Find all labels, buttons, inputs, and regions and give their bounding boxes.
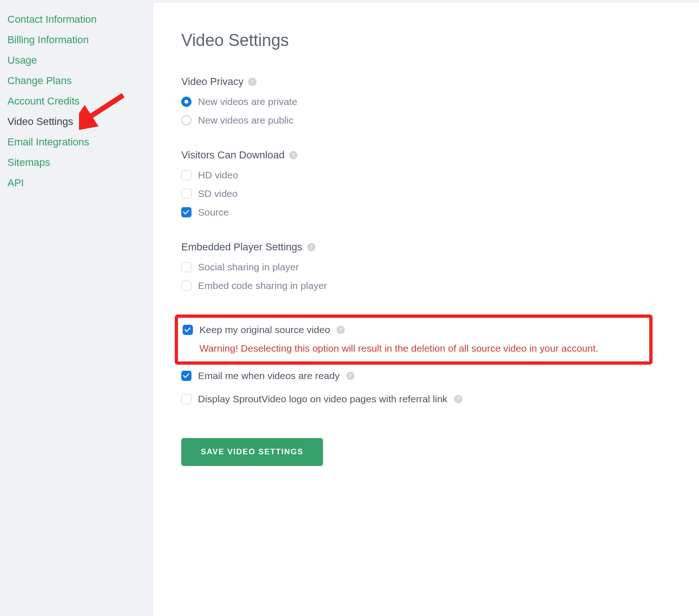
radio-privacy-private[interactable] bbox=[181, 97, 191, 107]
checkbox-keep-source[interactable] bbox=[183, 325, 193, 335]
checkbox-label-display-logo: Display SproutVideo logo on video pages … bbox=[198, 393, 448, 405]
sidebar-item-api[interactable]: API bbox=[7, 173, 146, 193]
help-icon[interactable]: ? bbox=[346, 372, 355, 380]
main-panel: Video Settings Video Privacy ? New video… bbox=[153, 3, 699, 616]
checkbox-sd-video[interactable] bbox=[181, 189, 191, 199]
sidebar-item-account-credits[interactable]: Account Credits bbox=[7, 91, 146, 111]
checkbox-social-sharing[interactable] bbox=[181, 262, 191, 272]
checkbox-display-logo[interactable] bbox=[181, 394, 191, 404]
page-title: Video Settings bbox=[181, 31, 671, 50]
help-icon[interactable]: ? bbox=[336, 326, 345, 334]
checkbox-embed-code[interactable] bbox=[181, 281, 191, 291]
radio-privacy-public[interactable] bbox=[181, 115, 191, 125]
section-title-embedded: Embedded Player Settings bbox=[181, 241, 303, 253]
help-icon[interactable]: ? bbox=[454, 395, 462, 403]
section-video-privacy: Video Privacy ? New videos are private N… bbox=[181, 76, 671, 126]
radio-label-public: New videos are public bbox=[198, 115, 293, 126]
section-visitors-download: Visitors Can Download ? HD video SD vide… bbox=[181, 149, 671, 218]
checkbox-hd-video[interactable] bbox=[181, 170, 191, 180]
section-title-download: Visitors Can Download bbox=[181, 149, 284, 161]
radio-label-private: New videos are private bbox=[198, 96, 297, 107]
help-icon[interactable]: ? bbox=[248, 78, 257, 86]
help-icon[interactable]: ? bbox=[307, 243, 316, 251]
sidebar-item-sitemaps[interactable]: Sitemaps bbox=[7, 152, 146, 173]
sidebar-item-billing-information[interactable]: Billing Information bbox=[7, 30, 146, 50]
checkbox-label-keep-source: Keep my original source video bbox=[199, 324, 330, 335]
checkbox-label-source: Source bbox=[198, 207, 229, 218]
sidebar: Contact Information Billing Information … bbox=[0, 0, 153, 616]
sidebar-item-change-plans[interactable]: Change Plans bbox=[7, 71, 146, 91]
section-embedded-player: Embedded Player Settings ? Social sharin… bbox=[181, 241, 671, 291]
highlight-annotation-box: Keep my original source video ? Warning!… bbox=[175, 315, 653, 365]
checkbox-label-email-ready: Email me when videos are ready bbox=[198, 370, 340, 381]
save-video-settings-button[interactable]: SAVE VIDEO SETTINGS bbox=[181, 438, 323, 466]
warning-text-keep-source: Warning! Deselecting this option will re… bbox=[199, 341, 645, 356]
sidebar-item-video-settings[interactable]: Video Settings bbox=[7, 111, 146, 132]
checkbox-label-embed: Embed code sharing in player bbox=[198, 280, 327, 291]
checkbox-label-social: Social sharing in player bbox=[198, 262, 299, 273]
section-title-privacy: Video Privacy bbox=[181, 76, 244, 88]
checkbox-email-ready[interactable] bbox=[181, 371, 191, 381]
sidebar-item-email-integrations[interactable]: Email Integrations bbox=[7, 132, 146, 152]
help-icon[interactable]: ? bbox=[289, 151, 297, 159]
checkbox-label-hd: HD video bbox=[198, 170, 238, 181]
other-settings-group: Keep my original source video ? Warning!… bbox=[181, 315, 671, 405]
checkbox-source[interactable] bbox=[181, 207, 191, 217]
sidebar-item-contact-information[interactable]: Contact Information bbox=[7, 9, 146, 30]
sidebar-item-usage[interactable]: Usage bbox=[7, 50, 146, 71]
checkbox-label-sd: SD video bbox=[198, 188, 237, 199]
